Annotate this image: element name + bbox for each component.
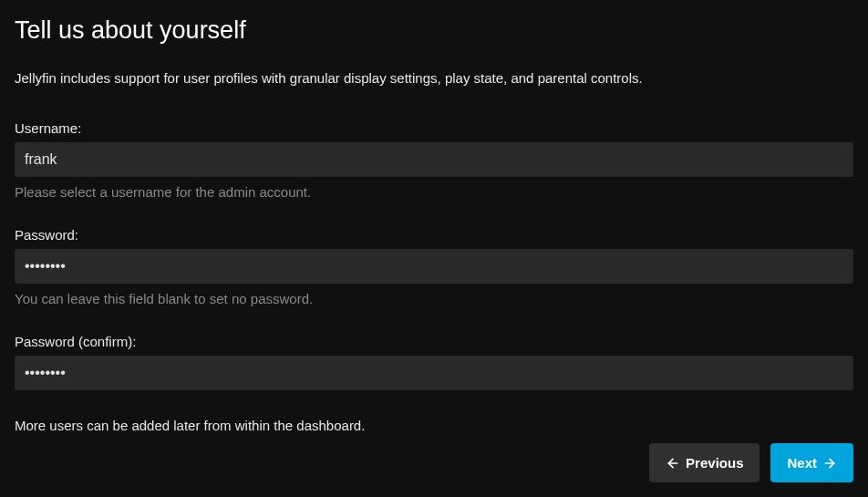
next-button[interactable]: Next — [770, 443, 853, 482]
username-label: Username: — [15, 120, 853, 136]
password-hint: You can leave this field blank to set no… — [15, 291, 853, 306]
footer-note: More users can be added later from withi… — [15, 418, 853, 433]
password-confirm-input[interactable] — [15, 356, 853, 390]
button-row: Previous Next — [649, 443, 853, 482]
username-input[interactable] — [15, 142, 853, 177]
username-group: Username: Please select a username for t… — [15, 120, 853, 200]
username-hint: Please select a username for the admin a… — [15, 184, 853, 200]
password-confirm-group: Password (confirm): — [15, 334, 853, 390]
next-button-label: Next — [787, 455, 817, 471]
arrow-left-icon — [666, 456, 680, 471]
password-group: Password: You can leave this field blank… — [15, 227, 853, 306]
page-description: Jellyfin includes support for user profi… — [15, 70, 853, 86]
previous-button-label: Previous — [686, 455, 743, 471]
password-input[interactable] — [15, 249, 853, 284]
previous-button[interactable]: Previous — [649, 443, 760, 482]
password-label: Password: — [15, 227, 853, 243]
password-confirm-label: Password (confirm): — [15, 334, 853, 349]
arrow-right-icon — [822, 456, 837, 471]
page-title: Tell us about yourself — [15, 16, 853, 45]
